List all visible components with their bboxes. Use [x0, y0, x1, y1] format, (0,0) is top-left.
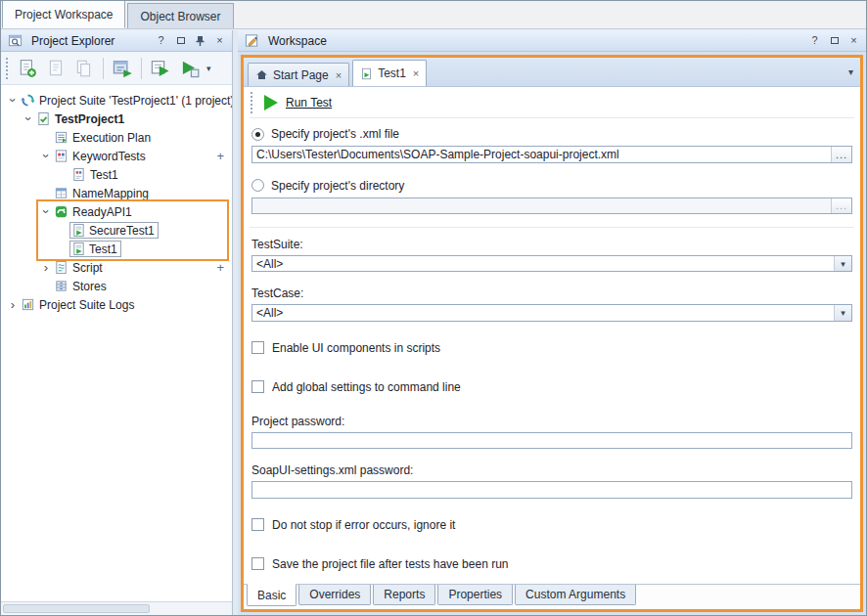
- specify-directory-radio[interactable]: [251, 179, 264, 192]
- run-selected-icon: [150, 58, 171, 79]
- tab-object-browser[interactable]: Object Browser: [127, 3, 233, 28]
- tree-item-execution-plan[interactable]: Execution Plan: [1, 128, 232, 147]
- close-panel-button[interactable]: ×: [846, 33, 861, 48]
- expand-toggle-icon[interactable]: [40, 149, 52, 163]
- tree-item-label: KeywordTests: [72, 150, 146, 163]
- browse-directory-button[interactable]: ...: [831, 198, 851, 214]
- tree-item-readyapi1[interactable]: ReadyAPI1: [1, 202, 232, 221]
- float-icon: [177, 37, 185, 44]
- run-project-button[interactable]: [176, 56, 202, 81]
- tree-item-namemapping[interactable]: NameMapping: [1, 184, 232, 202]
- toolbar-more-button[interactable]: ▾: [205, 64, 213, 73]
- home-icon: [255, 68, 268, 81]
- help-button[interactable]: ?: [154, 33, 168, 48]
- dropdown-arrow-icon[interactable]: ▾: [834, 305, 851, 321]
- expand-toggle-icon[interactable]: [40, 204, 52, 219]
- tree-item-testproject1[interactable]: TestProject1: [1, 110, 232, 128]
- add-script-button[interactable]: +: [216, 260, 224, 275]
- testcase-label: TestCase:: [251, 286, 852, 300]
- tree-item-keyword-test1[interactable]: Test1: [1, 165, 232, 184]
- project-password-input[interactable]: [252, 433, 851, 449]
- add-keyword-test-button[interactable]: +: [216, 149, 224, 163]
- workspace-icon: [245, 33, 259, 48]
- horizontal-scrollbar[interactable]: [1, 601, 232, 615]
- duplicate-item-button[interactable]: [71, 56, 97, 81]
- tab-test1[interactable]: Test1 ×: [352, 60, 427, 86]
- expand-toggle-icon[interactable]: [40, 260, 52, 275]
- save-project-checkbox[interactable]: [251, 557, 264, 570]
- xml-path-input[interactable]: [252, 147, 831, 162]
- tree-item-project-suite[interactable]: Project Suite 'TestProject1' (1 project): [1, 91, 232, 110]
- project-tree: Project Suite 'TestProject1' (1 project)…: [1, 84, 232, 601]
- readyapi-icon: [54, 204, 68, 219]
- new-item-button[interactable]: [15, 56, 40, 81]
- close-panel-button[interactable]: ×: [212, 33, 227, 48]
- testcase-combobox[interactable]: <All> ▾: [251, 304, 852, 322]
- project-icon: [36, 111, 51, 126]
- tab-project-workspace[interactable]: Project Workspace: [2, 0, 125, 28]
- checkbox-row-save-project: Save the project file after tests have b…: [251, 557, 852, 571]
- tab-custom-arguments[interactable]: Custom Arguments: [515, 585, 636, 605]
- auto-hide-pin-button[interactable]: [193, 33, 207, 48]
- toolbar-separator: [103, 58, 104, 79]
- radio-row-directory: Specify project's directory: [251, 179, 852, 193]
- tree-item-label: NameMapping: [72, 187, 149, 200]
- tree-item-script[interactable]: Script +: [1, 258, 232, 277]
- toolbar-grip[interactable]: [6, 58, 9, 79]
- ignore-errors-checkbox[interactable]: [251, 518, 264, 531]
- expand-toggle-icon[interactable]: [7, 297, 19, 312]
- expand-toggle-icon[interactable]: [23, 111, 34, 126]
- stores-icon: [54, 279, 68, 293]
- run-selected-button[interactable]: [148, 56, 173, 81]
- soapui-password-input[interactable]: [252, 482, 851, 498]
- readyapi-test-icon: [71, 223, 86, 238]
- project-suite-icon: [21, 93, 35, 108]
- project-password-field: [251, 432, 852, 450]
- tab-overrides[interactable]: Overrides: [298, 585, 371, 605]
- testsuite-label: TestSuite:: [251, 238, 852, 251]
- tree-item-readyapi-test1[interactable]: Test1: [1, 240, 232, 258]
- tab-basic[interactable]: Basic: [247, 584, 297, 606]
- duplicate-item-icon: [74, 59, 94, 78]
- toolbar-grip[interactable]: [251, 92, 253, 113]
- specify-xml-radio[interactable]: [251, 128, 264, 141]
- float-button[interactable]: [173, 33, 188, 48]
- enable-ui-components-checkbox[interactable]: [251, 341, 264, 354]
- close-tab-icon[interactable]: ×: [336, 69, 342, 81]
- add-existing-item-button[interactable]: [43, 56, 68, 81]
- test-runner-form: Run Test Specify project's .xml file ...…: [244, 87, 860, 584]
- workspace-header: Workspace ? ×: [238, 30, 866, 52]
- project-explorer-icon: [8, 33, 23, 48]
- workspace-tabstrip: Start Page × Test1 × ▾: [244, 58, 860, 87]
- float-button[interactable]: [827, 33, 842, 48]
- tree-item-securetest1[interactable]: SecureTest1: [1, 221, 232, 240]
- dropdown-arrow-icon[interactable]: ▾: [834, 256, 851, 272]
- scrollbar-thumb[interactable]: [3, 604, 150, 613]
- organize-tests-button[interactable]: [110, 56, 135, 81]
- new-item-icon: [18, 59, 37, 78]
- run-test-button[interactable]: Run Test: [286, 96, 332, 110]
- tab-properties[interactable]: Properties: [437, 585, 513, 605]
- testsuite-combobox[interactable]: <All> ▾: [251, 255, 852, 273]
- browse-xml-button[interactable]: ...: [831, 147, 851, 162]
- workspace-panel: Workspace ? × Start Page ×: [238, 30, 866, 615]
- float-icon: [831, 37, 839, 44]
- expand-toggle-icon[interactable]: [7, 93, 19, 108]
- tree-item-project-suite-logs[interactable]: Project Suite Logs: [1, 295, 232, 314]
- script-icon: [54, 260, 68, 275]
- directory-path-input[interactable]: [252, 198, 831, 214]
- run-toolbar: Run Test: [250, 87, 854, 118]
- tree-item-keywordtests[interactable]: KeywordTests +: [1, 147, 232, 165]
- panel-title: Workspace: [268, 34, 802, 48]
- section-divider: [250, 227, 854, 228]
- tab-list-dropdown-icon[interactable]: ▾: [848, 66, 853, 77]
- tab-reports[interactable]: Reports: [373, 585, 435, 605]
- tab-start-page[interactable]: Start Page ×: [248, 63, 349, 86]
- help-button[interactable]: ?: [807, 33, 822, 48]
- add-global-settings-checkbox[interactable]: [251, 380, 264, 393]
- tree-item-label: Script: [72, 261, 103, 275]
- checkbox-label: Add global settings to command line: [272, 380, 461, 394]
- close-tab-icon[interactable]: ×: [413, 67, 419, 79]
- main-tab-bar: Project Workspace Object Browser: [1, 1, 866, 29]
- tree-item-stores[interactable]: Stores: [1, 277, 232, 295]
